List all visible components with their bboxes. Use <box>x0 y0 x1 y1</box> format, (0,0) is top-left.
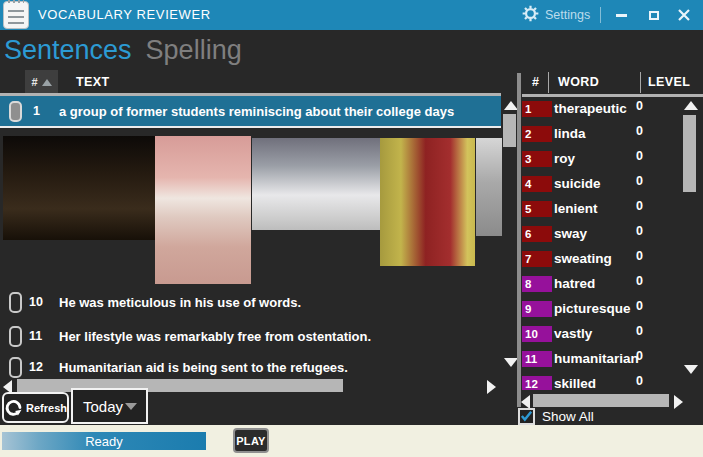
scroll-down-arrow[interactable] <box>684 365 698 374</box>
scroll-down-arrow[interactable] <box>504 358 518 367</box>
word-number-badge: 5 <box>522 201 552 217</box>
panel-splitter[interactable] <box>517 73 521 407</box>
sentence-checkbox[interactable] <box>9 292 22 313</box>
photo-elderly-woman-on-porch-swing[interactable] <box>155 136 251 284</box>
word-row[interactable]: 11 humanitarian 0 <box>522 347 680 372</box>
play-button[interactable]: PLAY <box>233 428 269 453</box>
window-title: VOCABULARY REVIEWER <box>38 7 211 22</box>
sentences-text-column-header[interactable]: TEXT <box>76 75 110 89</box>
words-number-column-header[interactable]: # <box>532 75 539 89</box>
notepad-icon[interactable] <box>3 1 29 29</box>
word-text: linda <box>554 126 586 141</box>
close-icon <box>678 9 690 21</box>
word-row[interactable]: 7 sweating 0 <box>522 247 680 272</box>
progress-bar: Ready <box>2 432 206 450</box>
word-level: 0 <box>636 274 643 288</box>
sentence-checkbox[interactable] <box>9 357 22 378</box>
photo-smiling-woman-in-red-top[interactable] <box>380 138 475 266</box>
photo-group-of-men-on-dark-stage[interactable] <box>3 136 155 240</box>
horizontal-scrollbar-thumb[interactable] <box>17 379 343 392</box>
maximize-icon <box>649 11 659 20</box>
word-text: hatred <box>554 276 595 291</box>
refresh-button[interactable]: Refresh <box>2 392 69 423</box>
word-text: sway <box>554 226 587 241</box>
word-row[interactable]: 5 lenient 0 <box>522 197 680 222</box>
play-button-label: PLAY <box>236 435 266 447</box>
sentence-row-selected[interactable]: 1 a group of former students reminiscing… <box>0 96 501 128</box>
sentence-checkbox[interactable] <box>9 326 22 347</box>
word-level: 0 <box>636 99 643 113</box>
word-number-badge: 4 <box>522 176 552 192</box>
word-number-badge: 9 <box>522 301 552 317</box>
word-number-badge: 8 <box>522 276 552 292</box>
close-button[interactable] <box>671 0 697 30</box>
date-filter-value: Today <box>83 398 125 415</box>
scroll-right-arrow[interactable] <box>487 380 496 394</box>
word-level: 0 <box>636 174 643 188</box>
sentence-row[interactable]: 12 Humanitarian aid is being sent to the… <box>0 352 500 382</box>
word-level: 0 <box>636 124 643 138</box>
tab-spelling[interactable]: Spelling <box>146 34 242 67</box>
word-number-badge: 11 <box>522 351 552 367</box>
word-text: skilled <box>554 376 596 390</box>
word-row[interactable]: 4 suicide 0 <box>522 172 680 197</box>
vertical-scrollbar-thumb[interactable] <box>683 115 696 192</box>
sentence-text: Her lifestyle was remarkably free from o… <box>59 329 371 344</box>
sentence-number: 1 <box>33 104 59 118</box>
scroll-up-arrow[interactable] <box>504 101 518 110</box>
sentence-number: 12 <box>29 360 59 374</box>
chevron-down-icon <box>125 403 137 410</box>
words-word-column-header[interactable]: WORD <box>558 75 599 89</box>
column-divider <box>640 72 641 93</box>
word-row[interactable]: 6 sway 0 <box>522 222 680 247</box>
word-row[interactable]: 8 hatred 0 <box>522 272 680 297</box>
show-all-checkbox[interactable] <box>518 408 535 425</box>
word-level: 0 <box>636 249 643 263</box>
photo-grayscale-partial[interactable] <box>476 138 502 236</box>
sentence-checkbox[interactable] <box>9 101 22 122</box>
sentence-text: He was meticulous in his use of words. <box>59 295 301 310</box>
tab-sentences[interactable]: Sentences <box>4 34 132 67</box>
sentence-text: Humanitarian aid is being sent to the re… <box>59 360 348 375</box>
word-row[interactable]: 3 roy 0 <box>522 147 680 172</box>
progress-status-text: Ready <box>85 434 123 449</box>
minimize-button[interactable] <box>608 0 634 30</box>
word-row[interactable]: 9 picturesque 0 <box>522 297 680 322</box>
sentence-row[interactable]: 10 He was meticulous in his use of words… <box>0 286 500 318</box>
word-text: humanitarian <box>554 351 639 366</box>
vertical-scrollbar-thumb[interactable] <box>503 114 516 147</box>
word-text: picturesque <box>554 301 631 316</box>
vocabulary-reviewer-window: VOCABULARY REVIEWER Settings <box>0 0 703 457</box>
word-level: 0 <box>636 224 643 238</box>
show-all-control: Show All <box>518 407 594 425</box>
word-level: 0 <box>636 324 643 338</box>
word-level: 0 <box>636 374 643 388</box>
show-all-label: Show All <box>542 409 594 424</box>
maximize-button[interactable] <box>641 0 667 30</box>
notepad-binding-decoration <box>8 0 24 3</box>
settings-button[interactable]: Settings <box>522 4 590 26</box>
sentences-number-column-header[interactable]: # <box>25 70 58 94</box>
scroll-up-arrow[interactable] <box>684 101 698 110</box>
sort-ascending-icon <box>42 79 52 86</box>
number-column-label: # <box>31 76 37 88</box>
horizontal-scrollbar-thumb[interactable] <box>533 394 669 407</box>
word-list: 1 therapeutic 0 2 linda 0 3 roy 0 4 suic… <box>522 97 680 390</box>
word-level: 0 <box>636 199 643 213</box>
photo-people-inspecting-white-car[interactable] <box>252 138 380 230</box>
sentence-text: a group of former students reminiscing a… <box>59 104 454 119</box>
refresh-icon <box>4 398 23 417</box>
word-row[interactable]: 2 linda 0 <box>522 122 680 147</box>
word-number-badge: 2 <box>522 126 552 142</box>
word-text: vastly <box>554 326 592 341</box>
word-number-badge: 12 <box>522 376 552 390</box>
word-row[interactable]: 12 skilled 0 <box>522 372 680 390</box>
word-number-badge: 1 <box>522 101 552 117</box>
scroll-right-arrow[interactable] <box>674 395 683 409</box>
words-level-column-header[interactable]: LEVEL <box>648 75 690 89</box>
word-row[interactable]: 1 therapeutic 0 <box>522 97 680 122</box>
notepad-lines-decoration <box>8 10 24 24</box>
sentence-row[interactable]: 11 Her lifestyle was remarkably free fro… <box>0 320 500 352</box>
date-filter-dropdown[interactable]: Today <box>71 388 148 424</box>
word-row[interactable]: 10 vastly 0 <box>522 322 680 347</box>
